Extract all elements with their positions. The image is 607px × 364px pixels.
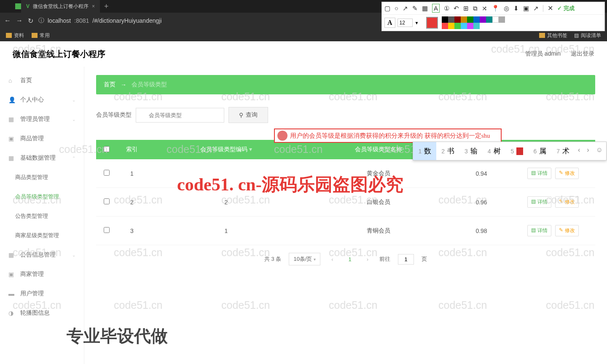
bookmark-folder[interactable]: 常用 [32, 32, 50, 39]
annotation-text: 用户的会员等级是根据消费获得的积分来升级的 获得的积分达到一定shu [290, 132, 490, 140]
bookmark-folder[interactable]: 资料 [6, 32, 24, 39]
select-all-checkbox[interactable] [104, 146, 110, 152]
arrow-icon[interactable]: ↗ [403, 5, 408, 12]
other-bookmarks[interactable]: 其他书签 [539, 32, 567, 39]
annotation-text-box[interactable]: 用户的会员等级是根据消费获得的积分来升级的 获得的积分达到一定shu [274, 128, 502, 143]
carousel-icon: ◑ [8, 310, 15, 316]
sidebar-item-home[interactable]: ⌂首页 [0, 71, 84, 90]
detail-button[interactable]: ▤详情 [527, 168, 551, 179]
back-button[interactable]: ← [4, 17, 11, 24]
detail-icon: ▤ [531, 170, 536, 177]
home-icon: ⌂ [8, 77, 15, 84]
ime-candidate[interactable]: 1数 [413, 142, 436, 160]
table-row: 2 2 白银会员 0.96 ▤详情 ✎修改 [96, 188, 595, 217]
undo-icon[interactable]: ↶ [454, 5, 459, 12]
reading-list[interactable]: ▤阅读清单 [574, 32, 601, 39]
sidebar-item-noticetype[interactable]: 公告类型管理 [0, 206, 84, 226]
ime-candidate[interactable]: 5 [506, 142, 529, 160]
sidebar-item-admin[interactable]: ▦管理员管理⌄ [0, 110, 84, 129]
sidebar-item-memberlevel[interactable]: 会员等级类型管理 [0, 187, 84, 206]
shuffle-icon[interactable]: ⤨ [482, 5, 487, 12]
goto-suffix: 页 [422, 255, 427, 263]
detail-button[interactable]: ▤详情 [527, 225, 551, 236]
sidebar-item-prodtype[interactable]: 商品类型管理 [0, 168, 84, 187]
download-icon[interactable]: ⬇ [513, 5, 519, 12]
sidebar-item-basedata[interactable]: ▦基础数据管理⌃ [0, 148, 84, 168]
sidebar-item-merchantstar[interactable]: 商家星级类型管理 [0, 226, 84, 245]
font-size-input[interactable] [398, 19, 413, 27]
info-icon: ⓘ [38, 17, 44, 24]
sidebar-item-personal[interactable]: 👤个人中心⌄ [0, 90, 84, 110]
copy-icon[interactable]: ⧉ [473, 5, 478, 12]
filter-input[interactable] [136, 108, 224, 123]
admin-icon: ▦ [8, 116, 15, 123]
url-host: localhost [48, 17, 71, 24]
dropdown-icon[interactable]: ▼ [415, 21, 419, 25]
barcode-icon[interactable]: ⊞ [463, 5, 469, 12]
pin-icon[interactable]: 📍 [492, 5, 500, 12]
rect-icon[interactable]: ▢ [384, 5, 390, 12]
edit-button[interactable]: ✎修改 [555, 168, 579, 179]
total-count: 共 3 条 [264, 255, 281, 263]
folder-icon [6, 33, 12, 38]
number-icon[interactable]: ① [444, 5, 449, 12]
done-button[interactable]: ✓ 完成 [557, 5, 575, 12]
sidebar-item-notice[interactable]: ▦公告信息管理⌄ [0, 245, 84, 265]
ime-settings[interactable]: ☺ [593, 142, 606, 160]
data-icon: ▦ [8, 155, 15, 161]
ime-next[interactable]: › [583, 142, 592, 160]
next-page-button[interactable]: › [363, 254, 372, 264]
ime-candidate[interactable]: 4树 [483, 142, 506, 160]
table-row: 1 黄金会员 0.94 ▤详情 ✎修改 [96, 159, 595, 188]
app-header: 微信食堂线上订餐小程序 管理员 admin 退出登录 [0, 41, 607, 67]
mosaic-icon[interactable]: ▦ [422, 5, 428, 12]
color-palette[interactable] [442, 16, 505, 29]
chevron-down-icon: ⌄ [72, 253, 75, 257]
sidebar-item-product[interactable]: ▣商品管理 [0, 129, 84, 148]
ime-candidate[interactable]: 6属 [528, 142, 551, 160]
sidebar-item-user[interactable]: ▬用户管理 [0, 284, 84, 303]
ime-candidate[interactable]: 7术 [551, 142, 575, 160]
breadcrumb: 首页 → 会员等级类型 [96, 75, 595, 94]
logout-link[interactable]: 退出登录 [571, 50, 594, 58]
pen-icon[interactable]: ✎ [412, 5, 418, 12]
selected-color[interactable] [426, 17, 438, 29]
ime-candidate[interactable]: 3输 [459, 142, 483, 160]
ime-prev[interactable]: ‹ [575, 142, 583, 160]
sidebar-item-merchant[interactable]: ▣商家管理 [0, 265, 84, 284]
new-tab-button[interactable]: + [100, 2, 113, 11]
page-size-select[interactable]: 10条/页 ▾ [289, 253, 320, 265]
font-select[interactable]: A [384, 18, 395, 28]
prev-page-button[interactable]: ‹ [328, 254, 336, 264]
page-number[interactable]: 1 [344, 254, 355, 264]
edit-button[interactable]: ✎修改 [555, 225, 579, 236]
ime-candidate[interactable]: 2书 [436, 142, 459, 160]
browser-tab[interactable]: V 微信食堂线上订餐小程序 × [21, 0, 100, 13]
user-label[interactable]: 管理员 admin [525, 50, 561, 58]
app-root: 微信食堂线上订餐小程序 管理员 admin 退出登录 ⌂首页 👤个人中心⌄ ▦管… [0, 41, 607, 364]
edit-button[interactable]: ✎修改 [555, 196, 579, 208]
user-icon: 👤 [8, 96, 15, 103]
row-checkbox[interactable] [104, 170, 110, 176]
target-icon[interactable]: ◎ [504, 5, 509, 12]
row-checkbox[interactable] [104, 198, 110, 204]
detail-button[interactable]: ▤详情 [527, 196, 551, 208]
text-icon[interactable]: A [432, 4, 440, 13]
sidebar-item-carousel[interactable]: ◑轮播图信息 [0, 303, 84, 323]
close-icon[interactable]: × [92, 3, 95, 9]
table-row: 3 1 青铜会员 0.98 ▤详情 ✎修改 [96, 217, 595, 245]
cancel-button[interactable]: ✕ [548, 4, 553, 12]
edit-icon: ✎ [559, 227, 563, 234]
ime-candidates[interactable]: 1数 2书 3输 4树 5 6属 7术 ‹ › ☺ [413, 142, 607, 161]
goto-input[interactable] [398, 254, 414, 265]
breadcrumb-home[interactable]: 首页 [104, 81, 115, 88]
forward-button[interactable]: → [16, 17, 23, 24]
circle-icon[interactable]: ○ [395, 5, 398, 12]
url-port: :8081 [74, 17, 89, 24]
row-checkbox[interactable] [104, 227, 110, 233]
share-icon[interactable]: ↗ [533, 5, 539, 12]
save-icon[interactable]: ▣ [523, 5, 529, 12]
goto-label: 前往 [379, 255, 390, 263]
reload-button[interactable]: ↻ [28, 17, 33, 25]
search-button[interactable]: ⚲查询 [228, 107, 268, 123]
